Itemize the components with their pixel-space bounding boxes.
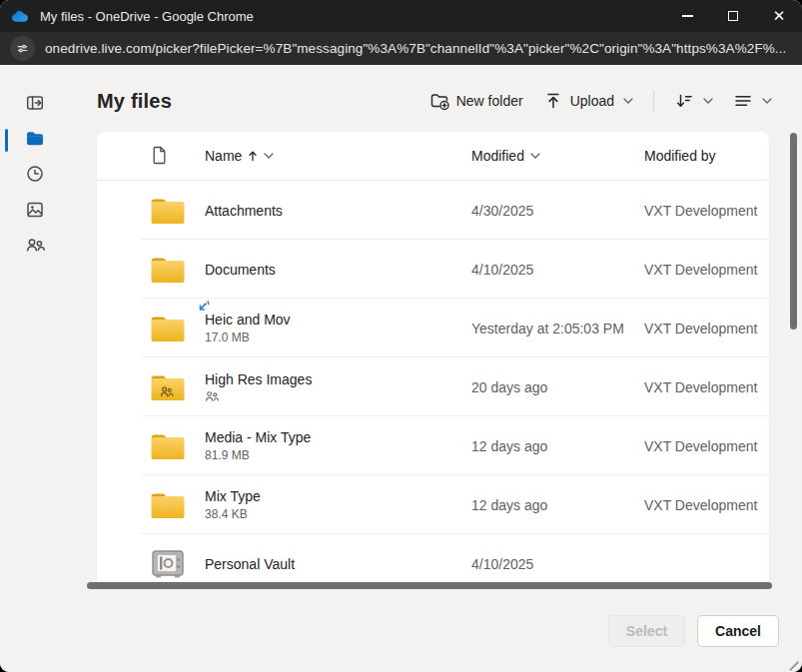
sidebar-item-my-files[interactable]	[25, 129, 45, 149]
close-button[interactable]: ✕	[756, 0, 802, 32]
shared-indicator-icon	[205, 390, 471, 402]
column-header-name[interactable]: Name	[205, 148, 471, 164]
minimize-icon	[682, 15, 693, 16]
page-title: My files	[97, 90, 172, 113]
new-folder-button[interactable]: New folder	[427, 87, 525, 115]
view-options-button[interactable]	[731, 87, 774, 115]
folder-icon	[150, 372, 186, 402]
site-settings-icon[interactable]	[10, 36, 35, 61]
new-folder-label: New folder	[456, 93, 523, 109]
window-title: My files - OneDrive - Google Chrome	[40, 9, 664, 24]
file-row[interactable]: Mix Type 38.4 KB 12 days ago VXT Develop…	[97, 475, 769, 534]
file-type-icon[interactable]	[150, 146, 205, 166]
sidebar-item-shared[interactable]	[25, 235, 45, 255]
folder-icon	[150, 255, 186, 285]
sort-ascending-icon	[248, 150, 258, 162]
browser-window: My files - OneDrive - Google Chrome ✕ on…	[0, 0, 802, 672]
file-modified: 4/10/2025	[471, 262, 644, 278]
url-text[interactable]: onedrive.live.com/picker?filePicker=%7B"…	[45, 41, 786, 56]
file-modified: 4/10/2025	[471, 556, 644, 572]
sidebar-active-indicator	[5, 129, 8, 152]
vault-icon	[150, 549, 186, 579]
horizontal-scrollbar[interactable]	[87, 582, 772, 589]
file-list-panel: Name Modified Modified by	[97, 132, 769, 584]
sidebar-item-photos[interactable]	[25, 200, 45, 220]
chevron-down-icon	[264, 153, 274, 159]
file-modified: 20 days ago	[471, 379, 644, 395]
close-icon: ✕	[773, 9, 786, 24]
column-header-modified-by[interactable]: Modified by	[644, 148, 769, 164]
file-name: Documents	[205, 262, 471, 278]
file-row[interactable]: Media - Mix Type 81.9 MB 12 days ago VXT…	[97, 416, 769, 475]
sidebar-item-recent[interactable]	[25, 164, 45, 184]
file-modified-by: VXT Development	[644, 262, 769, 278]
file-name: Mix Type	[205, 488, 471, 504]
file-row[interactable]: Heic and Mov 17.0 MB Yesterday at 2:05:0…	[97, 299, 769, 357]
file-modified: 12 days ago	[471, 438, 644, 454]
folder-icon	[150, 196, 186, 226]
resize-grip[interactable]	[789, 655, 801, 667]
maximize-button[interactable]	[710, 0, 756, 32]
file-modified-by: VXT Development	[644, 497, 769, 513]
url-bar[interactable]: onedrive.live.com/picker?filePicker=%7B"…	[0, 32, 802, 65]
sort-icon	[674, 91, 694, 111]
dialog-footer: Select Cancel	[608, 615, 779, 647]
file-name: Attachments	[205, 203, 471, 219]
chevron-down-icon	[623, 98, 633, 104]
new-folder-icon	[429, 91, 449, 111]
file-modified: Yesterday at 2:05:03 PM	[471, 321, 644, 336]
column-header-modified[interactable]: Modified	[471, 148, 644, 164]
toolbar-divider	[653, 90, 654, 112]
file-name: Personal Vault	[205, 556, 471, 572]
file-modified-by: VXT Development	[644, 379, 769, 395]
file-modified: 12 days ago	[471, 497, 644, 513]
upload-icon	[543, 91, 563, 111]
chevron-down-icon	[762, 98, 772, 104]
maximize-icon	[728, 11, 738, 21]
onedrive-picker: My files New folder	[0, 65, 802, 672]
file-rows: Attachments 4/30/2025 VXT Development Do…	[97, 181, 769, 584]
sync-status-icon	[196, 300, 211, 315]
file-name: High Res Images	[205, 371, 471, 387]
select-button[interactable]: Select	[608, 615, 685, 647]
file-modified-by: VXT Development	[644, 203, 769, 219]
onedrive-logo-icon	[11, 9, 31, 23]
sidebar-panel-toggle-icon[interactable]	[25, 93, 45, 113]
file-name: Media - Mix Type	[205, 429, 471, 445]
folder-icon	[150, 431, 186, 461]
file-row[interactable]: Documents 4/10/2025 VXT Development	[97, 240, 769, 299]
file-modified: 4/30/2025	[471, 203, 644, 219]
file-size: 38.4 KB	[205, 507, 471, 521]
chevron-down-icon	[530, 153, 540, 159]
upload-label: Upload	[570, 93, 614, 109]
file-row[interactable]: Attachments 4/30/2025 VXT Development	[97, 181, 769, 240]
titlebar: My files - OneDrive - Google Chrome ✕	[0, 0, 802, 32]
cancel-button[interactable]: Cancel	[697, 615, 779, 647]
file-modified-by: VXT Development	[644, 438, 769, 454]
file-size: 81.9 MB	[205, 448, 471, 462]
file-name: Heic and Mov	[205, 312, 471, 328]
file-row[interactable]: Personal Vault 4/10/2025	[97, 534, 769, 584]
list-view-icon	[733, 91, 753, 111]
file-row[interactable]: High Res Images 20 days ago VXT Developm…	[97, 357, 769, 416]
minimize-button[interactable]	[664, 0, 710, 32]
folder-icon	[150, 314, 186, 343]
chevron-down-icon	[703, 98, 713, 104]
command-bar: New folder Upload	[427, 87, 774, 115]
sort-button[interactable]	[672, 87, 715, 115]
file-modified-by: VXT Development	[644, 321, 769, 336]
file-size: 17.0 MB	[205, 331, 471, 344]
table-header: Name Modified Modified by	[97, 132, 769, 181]
upload-button[interactable]: Upload	[541, 87, 635, 115]
folder-icon	[25, 129, 45, 149]
folder-icon	[150, 490, 186, 520]
vertical-scrollbar[interactable]	[790, 133, 797, 330]
